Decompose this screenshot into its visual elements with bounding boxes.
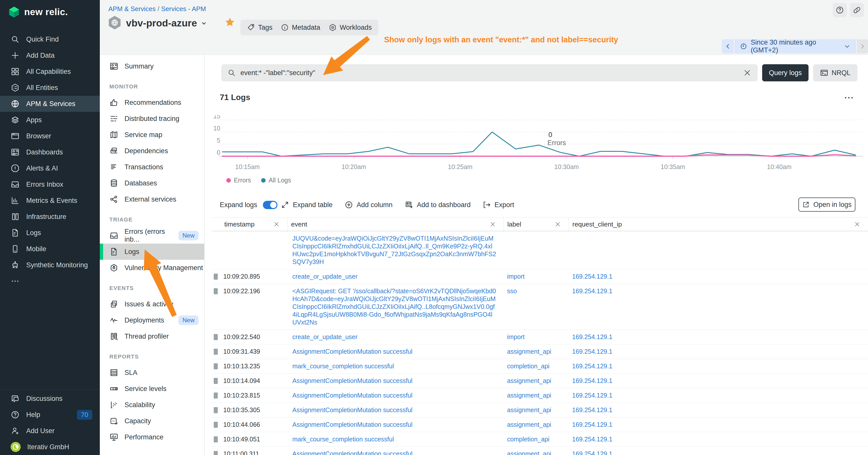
service-nav-item-errors-errors-inb[interactable]: Errors (errors inb...New xyxy=(100,228,204,243)
new-relic-logo[interactable]: new relic. xyxy=(7,5,68,19)
service-nav-item-service-map[interactable]: Service map xyxy=(100,127,204,143)
add-to-dashboard-button[interactable]: Add to dashboard xyxy=(405,197,470,212)
remove-column-icon[interactable] xyxy=(490,221,496,228)
cell-event[interactable]: AssignmentCompletionMutation successful xyxy=(287,403,503,417)
service-nav-item-deployments[interactable]: DeploymentsNew xyxy=(100,312,204,328)
cell-label[interactable]: assignment_api xyxy=(503,345,568,359)
service-nav-item-service-levels[interactable]: Service levels xyxy=(100,381,204,397)
expand-table-button[interactable]: Expand table xyxy=(281,197,333,212)
log-row[interactable]: 10:11:00.311AssignmentCompletionMutation… xyxy=(212,447,868,455)
time-back-button[interactable] xyxy=(722,39,734,54)
cell-request-client-ip[interactable]: 169.254.129.1 xyxy=(568,432,868,447)
cell-request-client-ip[interactable] xyxy=(568,231,868,269)
legend-item-all-logs[interactable]: All Logs xyxy=(261,176,291,184)
permalink-button[interactable] xyxy=(850,3,864,17)
export-button[interactable]: Export xyxy=(483,197,514,212)
breadcrumb-services-apm[interactable]: Services - APM xyxy=(161,5,206,12)
cell-event[interactable]: <ASGIRequest: GET '/sso/callback/?state=… xyxy=(287,284,503,329)
row-handle[interactable] xyxy=(214,422,218,428)
log-row[interactable]: 10:10:23.815AssignmentCompletionMutation… xyxy=(212,388,868,403)
cell-event[interactable]: AssignmentCompletionMutation successful xyxy=(287,447,503,455)
sidebar-item-more[interactable] xyxy=(0,273,100,289)
cell-event[interactable]: AssignmentCompletionMutation successful xyxy=(287,345,503,359)
sidebar-item-logs[interactable]: Logs xyxy=(0,225,100,241)
remove-column-icon[interactable] xyxy=(854,221,861,228)
row-handle[interactable] xyxy=(214,288,218,294)
row-handle[interactable] xyxy=(214,349,218,355)
sidebar-item-apps[interactable]: Apps xyxy=(0,112,100,128)
legend-item-errors[interactable]: Errors xyxy=(226,176,251,184)
cell-request-client-ip[interactable]: 169.254.129.1 xyxy=(568,345,868,359)
remove-column-icon[interactable] xyxy=(555,221,561,228)
cell-event[interactable]: AssignmentCompletionMutation successful xyxy=(287,418,503,432)
cell-label[interactable]: import xyxy=(503,269,568,284)
sidebar-item-infrastructure[interactable]: Infrastructure xyxy=(0,208,100,225)
cell-label[interactable]: sso xyxy=(503,284,568,329)
sidebar-item-synthetic-monitoring[interactable]: Synthetic Monitoring xyxy=(0,257,100,273)
log-row[interactable]: 10:10:44.066AssignmentCompletionMutation… xyxy=(212,418,868,432)
row-handle[interactable] xyxy=(214,378,218,384)
help-button[interactable] xyxy=(833,3,847,17)
add-column-button[interactable]: Add column xyxy=(344,197,393,212)
cell-event[interactable]: mark_course_completion successful xyxy=(287,432,503,447)
tags-button[interactable]: Tags xyxy=(241,20,279,35)
log-row[interactable]: 10:09:22.540create_or_update_userimport1… xyxy=(212,330,868,345)
sidebar-item-all-entities[interactable]: All Entities xyxy=(0,79,100,96)
log-row[interactable]: 10:10:13.235mark_course_completion succe… xyxy=(212,359,868,373)
cell-request-client-ip[interactable]: 169.254.129.1 xyxy=(568,418,868,432)
cell-request-client-ip[interactable]: 169.254.129.1 xyxy=(568,447,868,455)
cell-label[interactable]: assignment_api xyxy=(503,388,568,402)
open-in-logs-button[interactable]: Open in logs xyxy=(799,197,856,212)
sidebar-item-quick-find[interactable]: Quick Find xyxy=(0,31,100,47)
clear-query-icon[interactable] xyxy=(743,68,751,77)
cell-event[interactable]: JUQVU&code=eyJraWQiOiJjcGltY29yZV8wOTI1M… xyxy=(287,231,503,269)
sidebar-item-errors-inbox[interactable]: Errors Inbox xyxy=(0,176,100,193)
cell-label[interactable]: completion_api xyxy=(503,432,568,447)
cell-request-client-ip[interactable]: 169.254.129.1 xyxy=(568,330,868,344)
service-nav-item-thread-profiler[interactable]: Thread profiler xyxy=(100,328,204,345)
sidebar-item-mobile[interactable]: Mobile xyxy=(0,241,100,257)
query-logs-button[interactable]: Query logs xyxy=(762,64,808,82)
log-row[interactable]: 10:09:20.895create_or_update_userimport1… xyxy=(212,269,868,284)
sidebar-footer-add-user[interactable]: Add User xyxy=(0,423,100,439)
sidebar-item-alerts-ai[interactable]: Alerts & AI xyxy=(0,160,100,176)
cell-request-client-ip[interactable]: 169.254.129.1 xyxy=(568,269,868,284)
sidebar-item-apm-services[interactable]: APM & Services xyxy=(0,96,100,112)
row-handle[interactable] xyxy=(214,451,218,455)
row-handle[interactable] xyxy=(214,334,218,340)
row-handle[interactable] xyxy=(214,273,218,280)
cell-event[interactable]: mark_course_completion successful xyxy=(287,359,503,373)
service-nav-item-capacity[interactable]: Capacity xyxy=(100,413,204,429)
log-row[interactable]: 10:10:35.305AssignmentCompletionMutation… xyxy=(212,403,868,418)
log-row[interactable]: 10:09:31.439AssignmentCompletionMutation… xyxy=(212,345,868,359)
sidebar-item-dashboards[interactable]: Dashboards xyxy=(0,144,100,160)
sidebar-footer-discussions[interactable]: Discussions xyxy=(0,390,100,407)
cell-event[interactable]: AssignmentCompletionMutation successful xyxy=(287,388,503,402)
row-handle[interactable] xyxy=(214,407,218,413)
time-range-button[interactable]: Since 30 minutes ago (GMT+2) xyxy=(735,39,856,54)
log-row[interactable]: 10:10:14.094AssignmentCompletionMutation… xyxy=(212,373,868,388)
favorite-star-icon[interactable] xyxy=(224,17,236,28)
breadcrumb-apm-services[interactable]: APM & Services xyxy=(108,5,156,12)
service-nav-item-summary[interactable]: Summary xyxy=(100,58,204,74)
row-handle[interactable] xyxy=(214,436,218,443)
cell-label[interactable]: assignment_api xyxy=(503,403,568,417)
sidebar-item-all-capabilities[interactable]: All Capabilities xyxy=(0,64,100,79)
service-nav-item-transactions[interactable]: Transactions xyxy=(100,159,204,175)
service-nav-item-recommendations[interactable]: Recommendations xyxy=(100,95,204,110)
service-nav-item-logs[interactable]: Logs xyxy=(100,243,204,260)
service-nav-item-dependencies[interactable]: Dependencies xyxy=(100,143,204,159)
cell-request-client-ip[interactable]: 169.254.129.1 xyxy=(568,359,868,373)
sidebar-item-metrics-events[interactable]: Metrics & Events xyxy=(0,193,100,208)
time-forward-button[interactable] xyxy=(857,39,868,54)
cell-event[interactable]: create_or_update_user xyxy=(287,269,503,284)
log-row[interactable]: 10:10:49.051mark_course_completion succe… xyxy=(212,432,868,447)
log-query-input[interactable]: event:* -"label":"security" xyxy=(221,64,757,82)
row-handle[interactable] xyxy=(214,392,218,398)
cell-label[interactable]: assignment_api xyxy=(503,447,568,455)
row-handle[interactable] xyxy=(214,363,218,369)
chart-menu-icon[interactable] xyxy=(843,92,855,103)
remove-column-icon[interactable] xyxy=(273,221,280,228)
cell-label[interactable]: assignment_api xyxy=(503,373,568,388)
service-nav-item-performance[interactable]: Performance xyxy=(100,429,204,445)
